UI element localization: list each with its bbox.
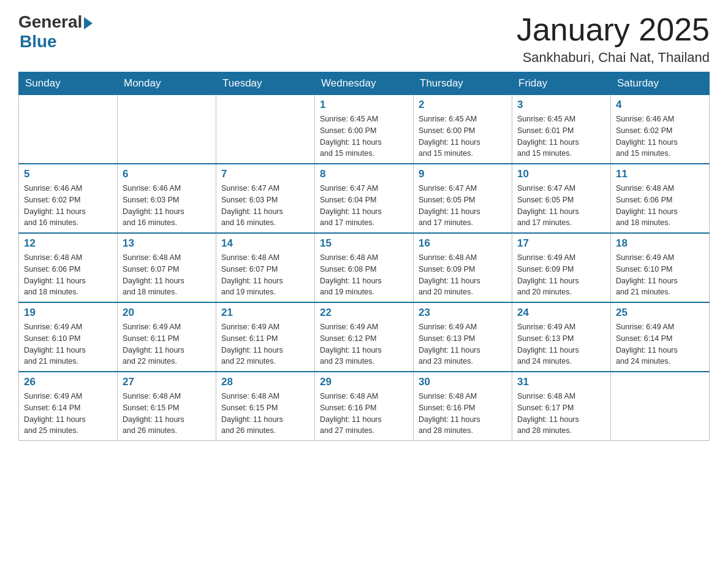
logo-text: General [18, 12, 93, 32]
day-info: Sunrise: 6:48 AM Sunset: 6:07 PM Dayligh… [221, 252, 309, 298]
day-number: 19 [24, 307, 112, 319]
logo: General Blue [18, 12, 93, 52]
calendar-cell: 28Sunrise: 6:48 AM Sunset: 6:15 PM Dayli… [216, 372, 315, 441]
col-header-wednesday: Wednesday [315, 72, 414, 95]
day-info: Sunrise: 6:48 AM Sunset: 6:17 PM Dayligh… [517, 391, 605, 437]
calendar-week-row: 12Sunrise: 6:48 AM Sunset: 6:06 PM Dayli… [19, 233, 710, 302]
day-info: Sunrise: 6:49 AM Sunset: 6:10 PM Dayligh… [24, 321, 112, 367]
calendar-cell: 2Sunrise: 6:45 AM Sunset: 6:00 PM Daylig… [414, 95, 512, 164]
calendar-cell: 23Sunrise: 6:49 AM Sunset: 6:13 PM Dayli… [414, 302, 512, 372]
day-info: Sunrise: 6:47 AM Sunset: 6:03 PM Dayligh… [221, 183, 309, 229]
logo-blue: Blue [20, 32, 57, 52]
day-info: Sunrise: 6:48 AM Sunset: 6:06 PM Dayligh… [616, 183, 704, 229]
day-number: 24 [517, 307, 605, 319]
day-info: Sunrise: 6:49 AM Sunset: 6:14 PM Dayligh… [24, 391, 112, 437]
day-number: 17 [517, 237, 605, 250]
day-info: Sunrise: 6:46 AM Sunset: 6:02 PM Dayligh… [24, 183, 112, 229]
calendar-cell: 11Sunrise: 6:48 AM Sunset: 6:06 PM Dayli… [611, 164, 710, 233]
day-number: 26 [24, 376, 112, 388]
day-info: Sunrise: 6:46 AM Sunset: 6:02 PM Dayligh… [616, 113, 704, 159]
calendar-cell: 17Sunrise: 6:49 AM Sunset: 6:09 PM Dayli… [512, 233, 611, 302]
day-info: Sunrise: 6:48 AM Sunset: 6:08 PM Dayligh… [320, 252, 408, 298]
col-header-friday: Friday [512, 72, 611, 95]
day-info: Sunrise: 6:48 AM Sunset: 6:06 PM Dayligh… [24, 252, 112, 298]
day-info: Sunrise: 6:48 AM Sunset: 6:16 PM Dayligh… [419, 391, 507, 437]
day-info: Sunrise: 6:49 AM Sunset: 6:14 PM Dayligh… [616, 321, 704, 367]
calendar-cell: 13Sunrise: 6:48 AM Sunset: 6:07 PM Dayli… [118, 233, 216, 302]
calendar-cell: 22Sunrise: 6:49 AM Sunset: 6:12 PM Dayli… [315, 302, 414, 372]
day-info: Sunrise: 6:49 AM Sunset: 6:09 PM Dayligh… [517, 252, 605, 298]
calendar-cell: 14Sunrise: 6:48 AM Sunset: 6:07 PM Dayli… [216, 233, 315, 302]
day-number: 21 [221, 307, 309, 319]
day-number: 6 [123, 168, 211, 180]
calendar-cell: 6Sunrise: 6:46 AM Sunset: 6:03 PM Daylig… [118, 164, 216, 233]
day-number: 18 [616, 237, 704, 250]
day-number: 13 [123, 237, 211, 250]
calendar-cell [19, 95, 118, 164]
title-block: January 2025 Sankhaburi, Chai Nat, Thail… [517, 12, 710, 66]
day-info: Sunrise: 6:47 AM Sunset: 6:04 PM Dayligh… [320, 183, 408, 229]
calendar-week-row: 1Sunrise: 6:45 AM Sunset: 6:00 PM Daylig… [19, 95, 710, 164]
calendar-cell: 5Sunrise: 6:46 AM Sunset: 6:02 PM Daylig… [19, 164, 118, 233]
day-number: 22 [320, 307, 408, 319]
day-number: 27 [123, 376, 211, 388]
day-info: Sunrise: 6:45 AM Sunset: 6:01 PM Dayligh… [517, 113, 605, 159]
day-number: 12 [24, 237, 112, 250]
col-header-tuesday: Tuesday [216, 72, 315, 95]
day-number: 31 [517, 376, 605, 388]
day-number: 16 [419, 237, 507, 250]
day-info: Sunrise: 6:49 AM Sunset: 6:13 PM Dayligh… [419, 321, 507, 367]
calendar-week-row: 26Sunrise: 6:49 AM Sunset: 6:14 PM Dayli… [19, 372, 710, 441]
day-info: Sunrise: 6:49 AM Sunset: 6:11 PM Dayligh… [123, 321, 211, 367]
month-title: January 2025 [517, 12, 710, 47]
calendar-cell: 27Sunrise: 6:48 AM Sunset: 6:15 PM Dayli… [118, 372, 216, 441]
calendar-cell: 31Sunrise: 6:48 AM Sunset: 6:17 PM Dayli… [512, 372, 611, 441]
day-number: 15 [320, 237, 408, 250]
day-number: 9 [419, 168, 507, 180]
calendar-table: SundayMondayTuesdayWednesdayThursdayFrid… [18, 72, 710, 441]
day-info: Sunrise: 6:48 AM Sunset: 6:16 PM Dayligh… [320, 391, 408, 437]
calendar-cell [216, 95, 315, 164]
day-number: 2 [419, 99, 507, 111]
day-info: Sunrise: 6:46 AM Sunset: 6:03 PM Dayligh… [123, 183, 211, 229]
day-info: Sunrise: 6:45 AM Sunset: 6:00 PM Dayligh… [419, 113, 507, 159]
calendar-cell: 12Sunrise: 6:48 AM Sunset: 6:06 PM Dayli… [19, 233, 118, 302]
calendar-cell [611, 372, 710, 441]
day-number: 4 [616, 99, 704, 111]
day-info: Sunrise: 6:48 AM Sunset: 6:15 PM Dayligh… [221, 391, 309, 437]
day-number: 8 [320, 168, 408, 180]
day-number: 14 [221, 237, 309, 250]
day-info: Sunrise: 6:47 AM Sunset: 6:05 PM Dayligh… [517, 183, 605, 229]
day-number: 28 [221, 376, 309, 388]
calendar-week-row: 5Sunrise: 6:46 AM Sunset: 6:02 PM Daylig… [19, 164, 710, 233]
day-number: 23 [419, 307, 507, 319]
logo-arrow-icon [84, 17, 93, 29]
day-number: 20 [123, 307, 211, 319]
day-number: 3 [517, 99, 605, 111]
calendar-cell [118, 95, 216, 164]
calendar-cell: 9Sunrise: 6:47 AM Sunset: 6:05 PM Daylig… [414, 164, 512, 233]
day-number: 30 [419, 376, 507, 388]
calendar-cell: 7Sunrise: 6:47 AM Sunset: 6:03 PM Daylig… [216, 164, 315, 233]
day-number: 10 [517, 168, 605, 180]
logo-general: General [18, 12, 82, 32]
day-number: 25 [616, 307, 704, 319]
calendar-cell: 1Sunrise: 6:45 AM Sunset: 6:00 PM Daylig… [315, 95, 414, 164]
day-info: Sunrise: 6:48 AM Sunset: 6:09 PM Dayligh… [419, 252, 507, 298]
day-number: 5 [24, 168, 112, 180]
location: Sankhaburi, Chai Nat, Thailand [517, 50, 710, 66]
calendar-cell: 25Sunrise: 6:49 AM Sunset: 6:14 PM Dayli… [611, 302, 710, 372]
day-number: 1 [320, 99, 408, 111]
day-number: 11 [616, 168, 704, 180]
calendar-cell: 16Sunrise: 6:48 AM Sunset: 6:09 PM Dayli… [414, 233, 512, 302]
calendar-cell: 4Sunrise: 6:46 AM Sunset: 6:02 PM Daylig… [611, 95, 710, 164]
day-info: Sunrise: 6:48 AM Sunset: 6:15 PM Dayligh… [123, 391, 211, 437]
calendar-cell: 24Sunrise: 6:49 AM Sunset: 6:13 PM Dayli… [512, 302, 611, 372]
col-header-sunday: Sunday [19, 72, 118, 95]
calendar-cell: 10Sunrise: 6:47 AM Sunset: 6:05 PM Dayli… [512, 164, 611, 233]
col-header-thursday: Thursday [414, 72, 512, 95]
day-info: Sunrise: 6:45 AM Sunset: 6:00 PM Dayligh… [320, 113, 408, 159]
calendar-cell: 18Sunrise: 6:49 AM Sunset: 6:10 PM Dayli… [611, 233, 710, 302]
calendar-cell: 19Sunrise: 6:49 AM Sunset: 6:10 PM Dayli… [19, 302, 118, 372]
day-info: Sunrise: 6:47 AM Sunset: 6:05 PM Dayligh… [419, 183, 507, 229]
